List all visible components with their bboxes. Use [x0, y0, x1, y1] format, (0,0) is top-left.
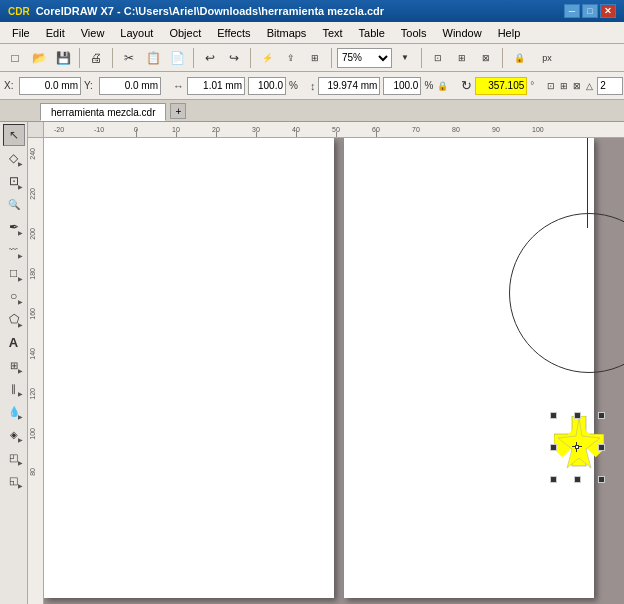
height-pct-input[interactable] [383, 77, 421, 95]
sel-handle-bc [574, 476, 581, 483]
ruler-tick [136, 129, 137, 137]
tool-eyedropper[interactable]: 💧 ▶ [3, 400, 25, 422]
title-bar: CDR CorelDRAW X7 - C:\Users\Ariel\Downlo… [0, 0, 624, 22]
minimize-button[interactable]: ─ [564, 4, 580, 18]
print-button[interactable]: 🖨 [85, 47, 107, 69]
menu-bitmaps[interactable]: Bitmaps [259, 22, 315, 43]
open-button[interactable]: 📂 [28, 47, 50, 69]
px-button[interactable]: px [532, 47, 562, 69]
title-bar-controls[interactable]: ─ □ ✕ [564, 4, 616, 18]
options-button[interactable]: 🔒 [508, 47, 530, 69]
tool-arrow: ▶ [18, 321, 23, 328]
menu-object[interactable]: Object [161, 22, 209, 43]
document-tab[interactable]: herramienta mezcla.cdr [40, 103, 166, 121]
width-input[interactable] [187, 77, 245, 95]
tool-table[interactable]: ⊞ ▶ [3, 354, 25, 376]
main-area: ↖ ◇ ▶ ⊡ ▶ 🔍 ✒ ▶ 〰 ▶ □ ▶ ○ ▶ ⬠ [0, 122, 624, 604]
menu-tools[interactable]: Tools [393, 22, 435, 43]
tool-interactive[interactable]: ◈ ▶ [3, 423, 25, 445]
width-icon: ↔ [173, 80, 184, 92]
width-pct-input[interactable] [248, 77, 286, 95]
rect-icon: □ [10, 266, 17, 280]
tool-parallel[interactable]: ∥ ▶ [3, 377, 25, 399]
tool-shape[interactable]: ◇ ▶ [3, 147, 25, 169]
mirror-h-button[interactable]: ⊡ [546, 75, 556, 97]
tool-arrow: ▶ [18, 160, 23, 167]
menu-edit[interactable]: Edit [38, 22, 73, 43]
ruler-tick [176, 132, 177, 137]
tool-outline[interactable]: ◱ ▶ [3, 469, 25, 491]
ruler-corner [28, 122, 44, 138]
zoom-options[interactable]: ▼ [394, 47, 416, 69]
drawing-canvas[interactable] [44, 138, 624, 604]
y-label: Y: [84, 80, 96, 91]
add-tab-button[interactable]: + [170, 103, 186, 119]
ruler-mark: 90 [492, 126, 500, 133]
menu-file[interactable]: File [4, 22, 38, 43]
ruler-mark: 80 [452, 126, 460, 133]
tool-fill[interactable]: ◰ ▶ [3, 446, 25, 468]
sep5 [331, 48, 332, 68]
tab-label: herramienta mezcla.cdr [51, 107, 155, 118]
tool-ellipse[interactable]: ○ ▶ [3, 285, 25, 307]
tool-freehand[interactable]: ✒ ▶ [3, 216, 25, 238]
tool-arrow: ▶ [18, 482, 23, 489]
snap-btn1[interactable]: ⊡ [427, 47, 449, 69]
tool-crop[interactable]: ⊡ ▶ [3, 170, 25, 192]
ruler-tick [216, 129, 217, 137]
menu-table[interactable]: Table [351, 22, 393, 43]
close-button[interactable]: ✕ [600, 4, 616, 18]
outline-button[interactable]: △ [585, 75, 594, 97]
menu-text[interactable]: Text [314, 22, 350, 43]
title-text: CorelDRAW X7 - C:\Users\Ariel\Downloads\… [36, 5, 384, 17]
lock-ratio-button[interactable]: 🔒 [436, 77, 449, 95]
publish-button[interactable]: ⊞ [304, 47, 326, 69]
circle-object[interactable] [509, 213, 624, 373]
menu-layout[interactable]: Layout [112, 22, 161, 43]
menu-view[interactable]: View [73, 22, 113, 43]
tool-text[interactable]: A [3, 331, 25, 353]
snap-btn3[interactable]: ⊠ [475, 47, 497, 69]
sep3 [193, 48, 194, 68]
flip-button[interactable]: ⊠ [572, 75, 582, 97]
canvas-area[interactable]: -20 -10 0 10 20 30 40 50 60 70 80 90 100 [28, 122, 624, 604]
menu-help[interactable]: Help [490, 22, 529, 43]
copy-button[interactable]: 📋 [142, 47, 164, 69]
x-input[interactable] [19, 77, 81, 95]
maximize-button[interactable]: □ [582, 4, 598, 18]
zoom-icon: 🔍 [8, 199, 20, 210]
tool-zoom[interactable]: 🔍 [3, 193, 25, 215]
sel-handle-br [598, 476, 605, 483]
sep7 [502, 48, 503, 68]
undo-button[interactable]: ↩ [199, 47, 221, 69]
y-input[interactable] [99, 77, 161, 95]
mirror-v-button[interactable]: ⊞ [559, 75, 569, 97]
snap-btn2[interactable]: ⊞ [451, 47, 473, 69]
angle-input[interactable] [475, 77, 527, 95]
tool-rect[interactable]: □ ▶ [3, 262, 25, 284]
save-button[interactable]: 💾 [52, 47, 74, 69]
redo-button[interactable]: ↪ [223, 47, 245, 69]
tool-smart[interactable]: 〰 ▶ [3, 239, 25, 261]
menu-window[interactable]: Window [435, 22, 490, 43]
height-input[interactable] [318, 77, 380, 95]
import-button[interactable]: ⚡ [256, 47, 278, 69]
zoom-level[interactable]: 75% 50% 100% 200% [337, 48, 392, 68]
ruler-mark-v: 120 [29, 388, 36, 400]
px-input[interactable] [597, 77, 623, 95]
new-button[interactable]: □ [4, 47, 26, 69]
tool-arrow: ▶ [18, 436, 23, 443]
sel-handle-ml [550, 444, 557, 451]
tool-select[interactable]: ↖ [3, 124, 25, 146]
height-pct-label: % [424, 80, 433, 91]
export-button[interactable]: ⇪ [280, 47, 302, 69]
x-label: X: [4, 80, 16, 91]
cut-button[interactable]: ✂ [118, 47, 140, 69]
sep1 [79, 48, 80, 68]
page-1 [44, 138, 334, 598]
paste-button[interactable]: 📄 [166, 47, 188, 69]
sep4 [250, 48, 251, 68]
menu-effects[interactable]: Effects [209, 22, 258, 43]
sep2 [112, 48, 113, 68]
tool-polygon[interactable]: ⬠ ▶ [3, 308, 25, 330]
